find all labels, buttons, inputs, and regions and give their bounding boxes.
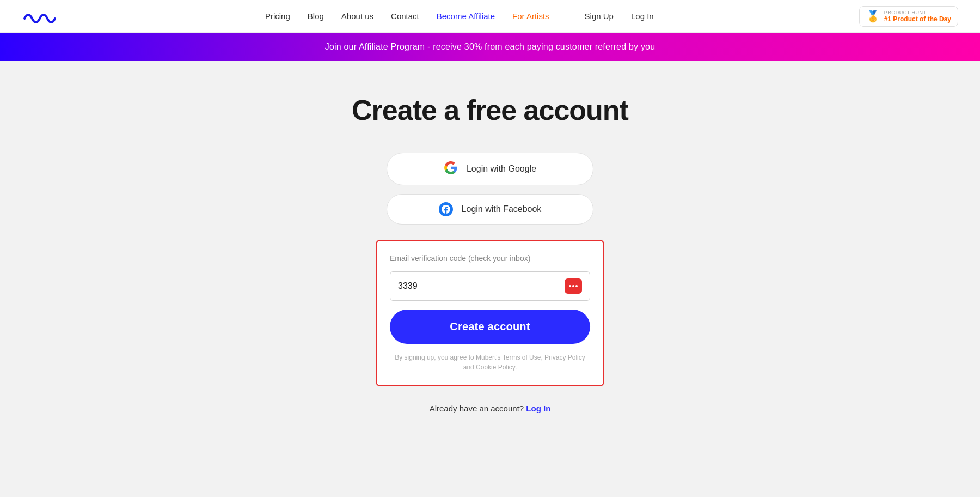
login-link[interactable]: Log In (526, 404, 550, 413)
sms-dots (569, 285, 578, 287)
nav-pricing[interactable]: Pricing (265, 11, 290, 21)
product-hunt-label: PRODUCT HUNT (884, 10, 951, 15)
navbar: Pricing Blog About us Contact Become Aff… (0, 0, 980, 33)
verification-input-row (390, 271, 590, 301)
nav-links: Pricing Blog About us Contact Become Aff… (265, 11, 654, 22)
nav-divider (567, 11, 567, 22)
product-hunt-title: #1 Product of the Day (884, 15, 951, 23)
already-account-text: Already have an account? Log In (430, 404, 551, 413)
nav-blog[interactable]: Blog (308, 11, 324, 21)
verification-code-input[interactable] (398, 281, 560, 291)
facebook-login-label: Login with Facebook (462, 204, 542, 214)
social-buttons: Login with Google Login with Facebook (387, 153, 593, 225)
verification-label: Email verification code (check your inbo… (390, 254, 590, 263)
terms-text: By signing up, you agree to Mubert's Ter… (390, 353, 590, 372)
nav-about[interactable]: About us (341, 11, 373, 21)
nav-login[interactable]: Log In (631, 11, 654, 21)
logo[interactable] (22, 7, 60, 26)
nav-signup[interactable]: Sign Up (585, 11, 614, 21)
facebook-icon (439, 202, 453, 216)
create-account-button[interactable]: Create account (390, 310, 590, 344)
product-hunt-badge[interactable]: 🥇 PRODUCT HUNT #1 Product of the Day (859, 6, 958, 27)
sms-dot-1 (569, 285, 571, 287)
facebook-login-button[interactable]: Login with Facebook (387, 194, 593, 225)
affiliate-banner[interactable]: Join our Affiliate Program - receive 30%… (0, 33, 980, 61)
product-hunt-text: PRODUCT HUNT #1 Product of the Day (884, 10, 951, 23)
google-icon (444, 161, 458, 177)
sms-dot-2 (572, 285, 574, 287)
page-title: Create a free account (352, 94, 628, 126)
nav-contact[interactable]: Contact (391, 11, 419, 21)
sms-dot-3 (575, 285, 578, 287)
main-content: Create a free account Login with Google (0, 61, 980, 446)
already-account-label: Already have an account? (430, 404, 524, 413)
banner-text: Join our Affiliate Program - receive 30%… (325, 42, 656, 52)
nav-artists[interactable]: For Artists (512, 11, 549, 21)
verification-box: Email verification code (check your inbo… (376, 240, 604, 386)
google-login-button[interactable]: Login with Google (387, 153, 593, 185)
google-login-label: Login with Google (467, 164, 536, 174)
nav-affiliate[interactable]: Become Affiliate (437, 11, 495, 21)
sms-icon[interactable] (565, 278, 582, 294)
medal-icon: 🥇 (866, 10, 880, 23)
